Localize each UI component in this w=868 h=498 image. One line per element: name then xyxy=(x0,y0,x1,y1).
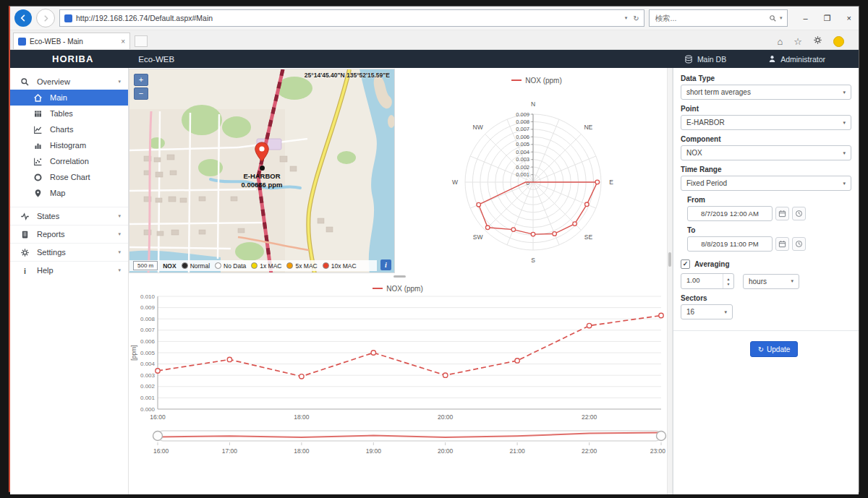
legend-dot-icon xyxy=(323,262,329,269)
svg-text:0.009: 0.009 xyxy=(516,111,529,118)
update-button[interactable]: ↻ Update xyxy=(750,341,798,357)
averaging-label: Averaging xyxy=(694,260,730,268)
svg-text:0.006: 0.006 xyxy=(140,338,156,345)
browser-window: http://192.168.126.74/Default.aspx#Main … xyxy=(9,6,859,492)
sidebar-item-reports[interactable]: Reports▾ xyxy=(10,225,128,243)
map-info-button[interactable]: i xyxy=(380,259,391,270)
svg-text:0.009: 0.009 xyxy=(140,304,156,311)
legend-item-label: 1x MAC xyxy=(260,262,281,270)
sidebar-item-charts[interactable]: Charts xyxy=(10,121,128,137)
sidebar-item-help[interactable]: iHelp▾ xyxy=(10,261,128,279)
restore-button[interactable]: ❐ xyxy=(824,14,831,23)
home-icon xyxy=(33,93,43,103)
sidebar-item-histogram[interactable]: Histogram xyxy=(10,137,128,153)
number-spinner[interactable]: ▲▼ xyxy=(723,274,733,288)
svg-text:19:00: 19:00 xyxy=(366,447,382,455)
point-select[interactable]: E-HARBOR ▾ xyxy=(681,115,851,130)
forward-button[interactable] xyxy=(36,9,55,27)
from-date-input[interactable]: 8/7/2019 12:00 AM xyxy=(687,206,773,221)
vertical-scrollbar[interactable] xyxy=(667,68,673,494)
chevron-down-icon[interactable]: ▾ xyxy=(625,15,628,21)
component-select[interactable]: NOX ▾ xyxy=(681,145,851,160)
browser-address-bar: http://192.168.126.74/Default.aspx#Main … xyxy=(10,7,859,30)
data-type-select[interactable]: short term averages ▾ xyxy=(681,85,851,100)
rose-chart-panel: NOX (ppm) 0.0010.0020.0030.0040.0050.006… xyxy=(407,68,667,279)
main-db-label: Main DB xyxy=(697,55,726,64)
sidebar-item-overview[interactable]: Overview▾ xyxy=(10,74,128,90)
from-time-button[interactable] xyxy=(792,207,806,220)
app-header: HORIBA Eco-WEB Main DB Administrator xyxy=(10,50,859,68)
chevron-down-icon: ▾ xyxy=(843,120,846,126)
charts-icon xyxy=(33,125,43,134)
svg-text:18:00: 18:00 xyxy=(294,413,310,421)
chevron-down-icon: ▾ xyxy=(118,213,121,219)
map-panel[interactable]: + − 25°14'45.40"N 135°52'15.59"E E-HARBO… xyxy=(129,69,395,273)
main-db-button[interactable]: Main DB xyxy=(684,55,726,64)
minimize-button[interactable]: – xyxy=(804,14,808,22)
svg-text:23:00: 23:00 xyxy=(650,447,666,455)
legend-item-label: No Data xyxy=(224,262,246,270)
svg-text:0.004: 0.004 xyxy=(516,149,529,155)
chart-range-navigator[interactable]: 16:0017:0018:0019:0020:0021:0022:0023:00 xyxy=(129,428,667,464)
forward-arrow-icon xyxy=(42,14,50,22)
sidebar-item-label: Main xyxy=(50,93,67,102)
map-icon xyxy=(33,189,43,198)
to-date-input[interactable]: 8/8/2019 11:00 PM xyxy=(687,236,773,252)
svg-text:18:00: 18:00 xyxy=(294,447,310,455)
feedback-smiley-icon[interactable] xyxy=(833,36,844,47)
chevron-down-icon: ▾ xyxy=(118,267,121,273)
map-legend-item: Normal xyxy=(182,262,210,270)
sidebar-item-correlation[interactable]: Correlation xyxy=(10,153,128,169)
sectors-select[interactable]: 16 ▾ xyxy=(681,304,733,319)
reports-icon xyxy=(20,230,30,239)
home-icon[interactable]: ⌂ xyxy=(777,36,783,47)
histogram-icon xyxy=(33,141,43,150)
averaging-unit-value: hours xyxy=(749,278,767,286)
url-field[interactable]: http://192.168.126.74/Default.aspx#Main … xyxy=(59,9,644,27)
administrator-menu[interactable]: Administrator xyxy=(768,55,825,64)
database-icon xyxy=(684,55,693,64)
map-legend-item: 5x MAC xyxy=(286,262,317,270)
svg-text:21:00: 21:00 xyxy=(509,447,525,455)
tab-eco-web-main[interactable]: Eco-WEB - Main × xyxy=(13,33,130,49)
svg-text:0: 0 xyxy=(527,180,529,186)
refresh-icon[interactable]: ↻ xyxy=(633,14,639,22)
map-zoom-out-button[interactable]: − xyxy=(134,87,148,100)
favorites-star-icon[interactable]: ☆ xyxy=(793,36,802,47)
sidebar-item-rose-chart[interactable]: Rose Chart xyxy=(10,169,128,185)
legend-dot-icon xyxy=(215,262,221,269)
to-time-button[interactable] xyxy=(792,237,806,251)
map-legend-bar: 500 m NOX NormalNo Data1x MAC5x MAC10x M… xyxy=(129,260,377,271)
sidebar-item-tables[interactable]: Tables xyxy=(10,106,128,121)
averaging-value: 1.00 xyxy=(681,274,700,288)
sidebar-item-settings[interactable]: Settings▾ xyxy=(10,243,128,261)
horizontal-scrollbar-thumb[interactable] xyxy=(393,275,406,278)
tab-close-icon[interactable]: × xyxy=(121,38,125,46)
svg-text:NE: NE xyxy=(584,124,592,131)
svg-text:0.005: 0.005 xyxy=(140,350,156,356)
sidebar-item-label: Histogram xyxy=(50,141,86,150)
map-zoom-in-button[interactable]: + xyxy=(134,74,148,86)
sidebar-item-main[interactable]: Main xyxy=(10,90,128,106)
chevron-down-icon[interactable]: ▾ xyxy=(780,15,783,21)
averaging-checkbox[interactable]: ✓ xyxy=(681,259,690,269)
vertical-scrollbar-thumb[interactable] xyxy=(668,252,671,267)
search-icon[interactable] xyxy=(769,14,777,22)
sidebar-item-map[interactable]: Map xyxy=(10,185,128,201)
sidebar-item-states[interactable]: States▾ xyxy=(10,207,128,225)
averaging-unit-select[interactable]: hours ▾ xyxy=(743,274,799,289)
close-button[interactable]: × xyxy=(847,14,851,22)
back-button[interactable] xyxy=(14,9,32,27)
svg-text:0.001: 0.001 xyxy=(140,395,156,401)
from-calendar-button[interactable] xyxy=(775,207,789,220)
time-range-select[interactable]: Fixed Period ▾ xyxy=(681,176,851,191)
point-value: E-HARBOR xyxy=(686,119,725,126)
spinner-down-icon: ▼ xyxy=(727,282,731,286)
tools-gear-icon[interactable] xyxy=(813,35,822,47)
new-tab-button[interactable] xyxy=(135,35,148,47)
averaging-value-input[interactable]: 1.00 ▲▼ xyxy=(681,273,734,289)
to-calendar-button[interactable] xyxy=(775,237,789,251)
browser-search-input[interactable] xyxy=(654,13,766,23)
station-marker[interactable]: E-HARBOR 0.00686 ppm xyxy=(215,142,309,189)
map-legend-item: 10x MAC xyxy=(323,262,357,270)
